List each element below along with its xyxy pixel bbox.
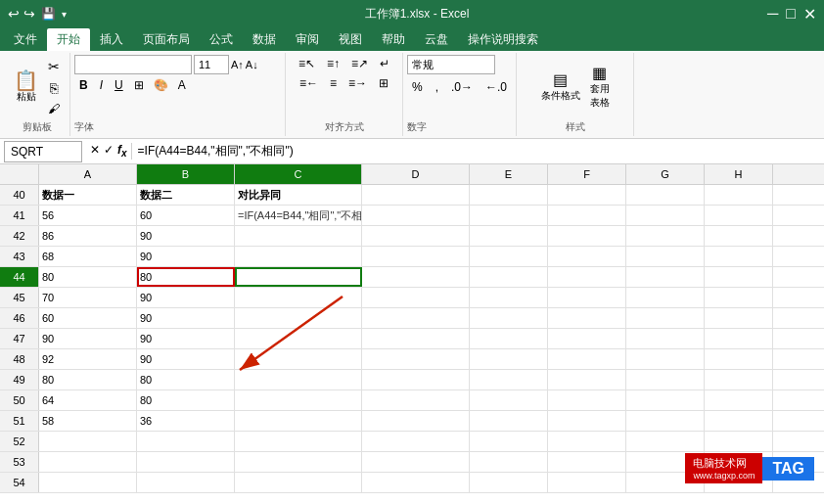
decrease-decimal-button[interactable]: ←.0 xyxy=(481,78,512,96)
cell-F43[interactable] xyxy=(548,247,626,266)
cell-E42[interactable] xyxy=(470,226,548,246)
ribbon-tab-页面布局[interactable]: 页面布局 xyxy=(133,28,200,51)
col-header-f[interactable]: F xyxy=(548,164,626,184)
cell-B44[interactable]: 80 xyxy=(137,267,235,287)
cell-B48[interactable]: 90 xyxy=(137,349,235,369)
cell-C44[interactable] xyxy=(235,267,362,287)
percent-button[interactable]: % xyxy=(407,78,428,96)
cell-G43[interactable] xyxy=(626,247,705,266)
ribbon-tab-插入[interactable]: 插入 xyxy=(90,28,133,51)
cell-B54[interactable] xyxy=(137,473,235,492)
cell-A51[interactable]: 58 xyxy=(39,411,137,431)
cell-G52[interactable] xyxy=(626,432,705,451)
cell-E43[interactable] xyxy=(470,247,548,266)
cell-E50[interactable] xyxy=(470,390,548,410)
cell-F45[interactable] xyxy=(548,288,626,307)
paste-button[interactable]: 📋 粘贴 xyxy=(10,69,42,106)
close-icon[interactable]: ✕ xyxy=(803,5,816,23)
cell-F49[interactable] xyxy=(548,370,626,389)
cell-D44[interactable] xyxy=(362,267,470,287)
cell-F50[interactable] xyxy=(548,390,626,410)
font-name-input[interactable] xyxy=(74,55,192,74)
cell-E53[interactable] xyxy=(470,452,548,472)
cell-E40[interactable] xyxy=(470,185,548,205)
cell-C52[interactable] xyxy=(235,432,362,451)
col-header-c[interactable]: C xyxy=(235,164,362,184)
row-number-40[interactable]: 40 xyxy=(0,185,39,205)
cell-E52[interactable] xyxy=(470,432,548,451)
cell-G42[interactable] xyxy=(626,226,705,246)
cancel-formula-icon[interactable]: ✕ xyxy=(90,143,100,159)
cell-A42[interactable]: 86 xyxy=(39,226,137,246)
border-button[interactable]: ⊞ xyxy=(130,76,148,94)
align-center-button[interactable]: ≡ xyxy=(325,74,342,92)
cell-A48[interactable]: 92 xyxy=(39,349,137,369)
row-number-53[interactable]: 53 xyxy=(0,452,39,472)
italic-button[interactable]: I xyxy=(95,76,108,94)
cell-D53[interactable] xyxy=(362,452,470,472)
cell-G46[interactable] xyxy=(626,308,705,328)
cell-E45[interactable] xyxy=(470,288,548,307)
cell-C54[interactable] xyxy=(235,473,362,492)
row-number-43[interactable]: 43 xyxy=(0,247,39,266)
cell-C48[interactable] xyxy=(235,349,362,369)
confirm-formula-icon[interactable]: ✓ xyxy=(104,143,114,159)
cell-E46[interactable] xyxy=(470,308,548,328)
cell-G48[interactable] xyxy=(626,349,705,369)
cell-G47[interactable] xyxy=(626,329,705,348)
align-right-button[interactable]: ≡→ xyxy=(343,74,372,92)
cell-F54[interactable] xyxy=(548,473,626,492)
cell-F47[interactable] xyxy=(548,329,626,348)
cell-D47[interactable] xyxy=(362,329,470,348)
cell-A40[interactable]: 数据一 xyxy=(39,185,137,205)
row-number-45[interactable]: 45 xyxy=(0,288,39,307)
undo-redo-group[interactable]: ↩ ↪ xyxy=(8,6,35,22)
font-shrink-icon[interactable]: A↓ xyxy=(246,59,258,70)
cell-B46[interactable]: 90 xyxy=(137,308,235,328)
cell-E41[interactable] xyxy=(470,206,548,225)
row-number-42[interactable]: 42 xyxy=(0,226,39,246)
cell-B49[interactable]: 80 xyxy=(137,370,235,389)
dropdown-icon[interactable]: ▾ xyxy=(62,9,67,20)
insert-function-icon[interactable]: fx xyxy=(117,143,127,159)
cell-C53[interactable] xyxy=(235,452,362,472)
row-number-41[interactable]: 41 xyxy=(0,206,39,225)
cell-H50[interactable] xyxy=(705,390,773,410)
cell-D52[interactable] xyxy=(362,432,470,451)
col-header-h[interactable]: H xyxy=(705,164,773,184)
cell-G40[interactable] xyxy=(626,185,705,205)
cell-E54[interactable] xyxy=(470,473,548,492)
cell-H43[interactable] xyxy=(705,247,773,266)
cell-E49[interactable] xyxy=(470,370,548,389)
cell-B42[interactable]: 90 xyxy=(137,226,235,246)
cell-A46[interactable]: 60 xyxy=(39,308,137,328)
cell-D45[interactable] xyxy=(362,288,470,307)
cell-C47[interactable] xyxy=(235,329,362,348)
save-icon[interactable]: 💾 xyxy=(41,7,56,21)
undo-icon[interactable]: ↩ xyxy=(8,6,20,22)
cell-G49[interactable] xyxy=(626,370,705,389)
num-format-input[interactable] xyxy=(407,55,495,74)
cell-C40[interactable]: 对比异同 xyxy=(235,185,362,205)
cell-B53[interactable] xyxy=(137,452,235,472)
cell-D51[interactable] xyxy=(362,411,470,431)
cell-F41[interactable] xyxy=(548,206,626,225)
cell-E44[interactable] xyxy=(470,267,548,287)
cell-H45[interactable] xyxy=(705,288,773,307)
cell-H44[interactable] xyxy=(705,267,773,287)
cell-D48[interactable] xyxy=(362,349,470,369)
cell-C50[interactable] xyxy=(235,390,362,410)
cell-A52[interactable] xyxy=(39,432,137,451)
comma-button[interactable]: , xyxy=(431,78,443,96)
format-painter-button[interactable]: 🖌 xyxy=(44,100,64,117)
cell-reference-input[interactable] xyxy=(4,141,82,162)
cell-C51[interactable] xyxy=(235,411,362,431)
cell-B47[interactable]: 90 xyxy=(137,329,235,348)
cell-H40[interactable] xyxy=(705,185,773,205)
row-number-47[interactable]: 47 xyxy=(0,329,39,348)
cell-C49[interactable] xyxy=(235,370,362,389)
cell-H49[interactable] xyxy=(705,370,773,389)
align-left-button[interactable]: ≡← xyxy=(295,74,323,92)
row-number-49[interactable]: 49 xyxy=(0,370,39,389)
bold-button[interactable]: B xyxy=(74,76,93,94)
